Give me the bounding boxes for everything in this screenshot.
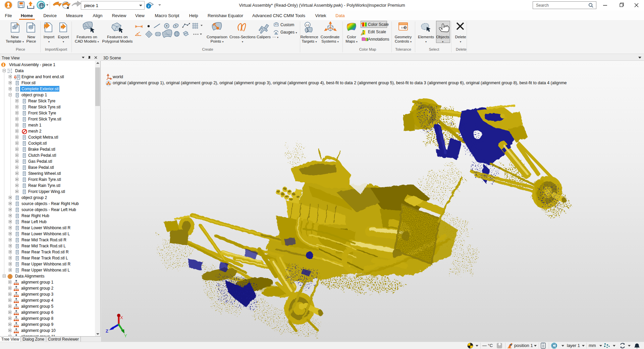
svg-text:layer 1: layer 1 — [567, 343, 580, 348]
svg-text:Y: Y — [124, 333, 127, 338]
svg-text:A1: A1 — [306, 23, 309, 27]
svg-text:— °C: — °C — [482, 343, 493, 348]
svg-text:Z: Z — [106, 329, 108, 334]
svg-text:position 1: position 1 — [514, 343, 533, 348]
svg-text:mm: mm — [589, 343, 596, 348]
svg-text:X: X — [120, 315, 123, 320]
